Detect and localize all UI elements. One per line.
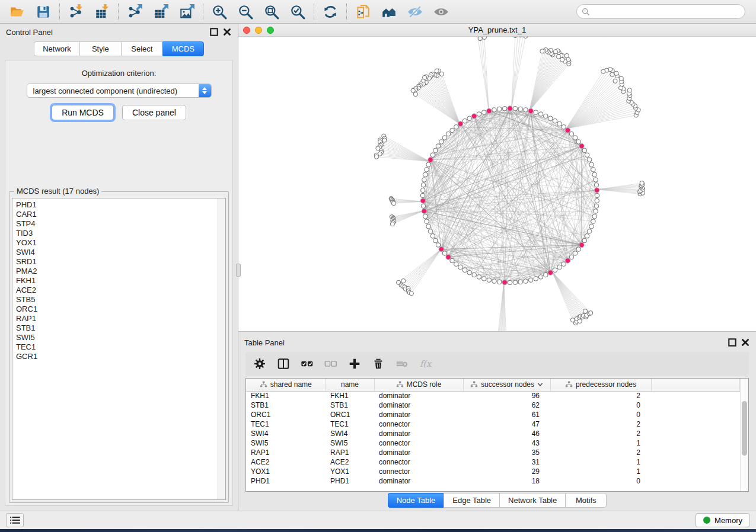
zoom-selected-button[interactable] [286,2,309,21]
table-cell[interactable]: SWI4 [246,429,326,438]
import-network-button[interactable] [65,2,87,21]
table-cell[interactable]: 2 [550,448,651,457]
table-cell[interactable]: 1 [550,457,651,467]
table-cell[interactable]: 35 [463,448,550,457]
table-cell[interactable]: dominator [374,429,463,438]
tab-network[interactable]: Network [34,41,79,56]
table-cell[interactable]: 0 [550,410,651,419]
table-row[interactable]: FKH1FKH1dominator962 [246,391,740,400]
table-row[interactable]: STB1STB1dominator620 [246,400,740,410]
tab-edge-table[interactable]: Edge Table [444,493,499,508]
table-cell[interactable]: connector [374,419,463,429]
table-row[interactable]: ACE2ACE2connector311 [246,457,740,467]
mcds-result-item[interactable]: SRD1 [16,257,214,267]
table-cell[interactable]: 43 [463,438,550,448]
table-cell[interactable]: 46 [463,429,550,438]
task-history-button[interactable] [6,513,24,527]
table-cell[interactable]: TEC1 [246,419,326,429]
tab-style[interactable]: Style [79,41,121,56]
mcds-result-item[interactable]: SWI5 [16,333,214,342]
tab-select[interactable]: Select [121,41,162,56]
table-cell[interactable]: 1 [550,467,651,476]
float-panel-icon[interactable] [209,27,219,37]
search-box[interactable] [576,4,745,19]
table-scrollbar-thumb[interactable] [742,401,747,456]
table-cell[interactable]: 31 [463,457,550,467]
table-cell[interactable]: 18 [463,476,550,486]
table-cell[interactable]: ORC1 [246,410,326,419]
mcds-result-item[interactable]: RAP1 [16,314,214,323]
table-cell[interactable]: ACE2 [326,457,374,467]
table-cell[interactable]: SWI4 [326,429,374,438]
table-cell[interactable]: 2 [550,391,651,400]
table-cell[interactable]: connector [374,438,463,448]
window-maximize-icon[interactable] [267,27,274,34]
column-header-successor-nodes[interactable]: successor nodes [463,379,550,391]
column-settings-button[interactable] [249,354,270,373]
show-all-button[interactable] [430,2,452,21]
mcds-result-item[interactable]: TEC1 [16,342,214,352]
delete-column-button[interactable] [368,354,389,373]
table-cell[interactable]: YOX1 [326,467,374,476]
tab-node-table[interactable]: Node Table [388,493,444,508]
table-cell[interactable]: 29 [463,467,550,476]
column-header-shared-name[interactable]: shared name [246,379,326,391]
hide-selected-button[interactable] [404,2,426,21]
search-input[interactable] [593,7,740,16]
mcds-result-item[interactable]: CAR1 [16,210,214,219]
column-header-name[interactable]: name [326,379,374,391]
table-cell[interactable]: ACE2 [246,457,326,467]
duplicate-network-button[interactable] [352,2,374,21]
import-table-button[interactable] [91,2,113,21]
table-cell[interactable]: dominator [374,410,463,419]
select-all-check-button[interactable] [296,354,318,373]
mcds-result-item[interactable]: PMA2 [16,267,214,276]
table-cell[interactable]: 1 [550,438,651,448]
memory-button[interactable]: Memory [696,513,750,527]
table-cell[interactable]: FKH1 [246,391,326,400]
table-row[interactable]: ORC1ORC1dominator610 [246,410,740,419]
table-cell[interactable]: STB1 [326,400,374,410]
zoom-out-button[interactable] [234,2,257,21]
run-mcds-button[interactable]: Run MCDS [52,105,114,120]
table-cell[interactable]: 0 [550,476,651,486]
mcds-result-item[interactable]: SWI4 [16,248,214,257]
mcds-result-item[interactable]: STB1 [16,323,214,333]
export-image-button[interactable] [176,2,198,21]
table-cell[interactable]: SWI5 [246,438,326,448]
mcds-result-item[interactable]: ACE2 [16,286,214,295]
close-panel-icon[interactable] [222,27,232,37]
table-row[interactable]: SWI4SWI4dominator462 [246,429,740,438]
table-scrollbar[interactable] [740,379,748,491]
table-row[interactable]: PHD1PHD1dominator180 [246,476,740,486]
table-row[interactable]: YOX1YOX1connector291 [246,467,740,476]
tab-mcds[interactable]: MCDS [162,41,204,56]
mcds-result-item[interactable]: FKH1 [16,276,214,286]
refresh-layout-button[interactable] [319,2,342,21]
zoom-fit-button[interactable] [260,2,283,21]
result-list-scrollbar[interactable] [218,198,225,499]
table-row[interactable]: TEC1TEC1connector472 [246,419,740,429]
tab-network-table[interactable]: Network Table [499,493,565,508]
mcds-result-item[interactable]: STP4 [16,219,214,229]
close-table-panel-icon[interactable] [741,338,750,347]
table-row[interactable]: SWI5SWI5connector431 [246,438,740,448]
mcds-result-item[interactable]: GCR1 [16,352,214,361]
add-column-button[interactable] [344,354,365,373]
network-canvas[interactable] [238,37,756,331]
table-cell[interactable]: 2 [550,429,651,438]
deselect-all-button[interactable] [320,354,342,373]
table-cell[interactable]: 61 [463,410,550,419]
window-close-icon[interactable] [243,27,250,34]
table-cell[interactable]: dominator [374,391,463,400]
table-cell[interactable]: SWI5 [326,438,374,448]
window-minimize-icon[interactable] [255,27,262,34]
table-cell[interactable]: PHD1 [246,476,326,486]
table-cell[interactable]: 47 [463,419,550,429]
table-cell[interactable]: FKH1 [326,391,374,400]
optimization-criterion-dropdown[interactable]: largest connected component (undirected) [27,84,212,98]
table-cell[interactable]: 2 [550,419,651,429]
mcds-result-list[interactable]: PHD1CAR1STP4TID3YOX1SWI4SRD1PMA2FKH1ACE2… [12,198,226,500]
table-cell[interactable]: RAP1 [246,448,326,457]
table-cell[interactable]: YOX1 [246,467,326,476]
